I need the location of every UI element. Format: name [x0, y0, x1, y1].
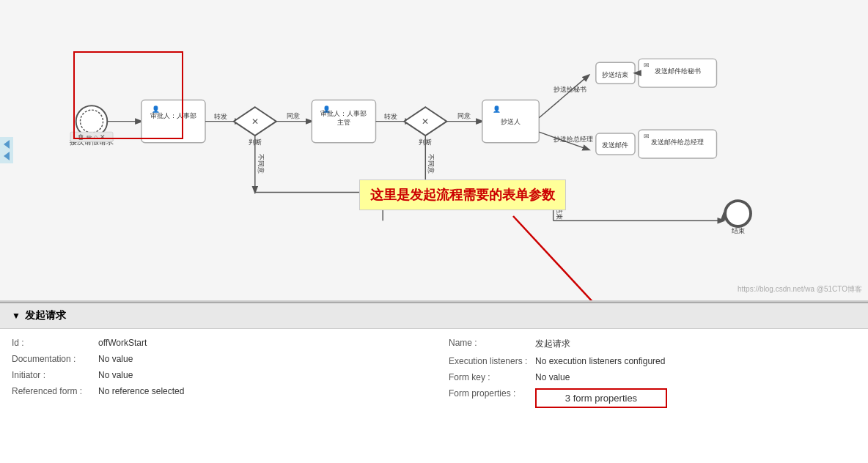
- svg-text:主管: 主管: [337, 119, 350, 126]
- main-container: 接次请假请求 🗑 ✏ ○ ✕ 👤 审批人：人事部 转发 ✕ 判断 同意: [0, 0, 868, 463]
- watermark: https://blog.csdn.net/wa @51CTO博客: [738, 284, 862, 295]
- prop-row-form-properties: Form properties : 3 form properties: [449, 388, 856, 408]
- diagram-area[interactable]: 接次请假请求 🗑 ✏ ○ ✕ 👤 审批人：人事部 转发 ✕ 判断 同意: [0, 0, 868, 302]
- annotation-box: 这里是发起流程需要的表单参数: [359, 179, 566, 210]
- prop-label-id: Id :: [12, 338, 92, 348]
- svg-text:抄送人: 抄送人: [501, 118, 521, 125]
- svg-text:转发: 转发: [214, 113, 227, 120]
- svg-text:发送邮件给总经理: 发送邮件给总经理: [651, 138, 704, 146]
- prop-label-form-properties: Form properties :: [449, 388, 529, 399]
- properties-panel: ▼ 发起请求 Id : offWorkStart Documentation :…: [0, 302, 868, 463]
- svg-point-54: [725, 201, 751, 226]
- prop-row-referenced-form: Referenced form : No reference selected: [12, 386, 419, 396]
- svg-text:同意: 同意: [287, 112, 300, 119]
- svg-text:👤: 👤: [493, 105, 501, 114]
- prop-row-name: Name : 发起请求: [449, 338, 856, 350]
- prop-row-form-key: Form key : No value: [449, 372, 856, 382]
- panel-collapse-arrow[interactable]: ▼: [12, 311, 21, 321]
- left-sidebar[interactable]: [0, 137, 13, 163]
- prop-value-initiator: No value: [98, 370, 133, 380]
- prop-label-documentation: Documentation :: [12, 354, 92, 364]
- svg-text:审批人：人事部: 审批人：人事部: [320, 110, 367, 117]
- prop-row-execution-listeners: Execution listeners : No execution liste…: [449, 356, 856, 366]
- svg-text:抄送结束: 抄送结束: [602, 71, 628, 78]
- prop-row-documentation: Documentation : No value: [12, 354, 419, 364]
- svg-text:✉: ✉: [644, 62, 650, 69]
- prop-value-documentation: No value: [98, 354, 133, 364]
- panel-title-text: 发起请求: [25, 309, 66, 322]
- svg-text:结束: 结束: [732, 227, 745, 234]
- sidebar-arrow-top[interactable]: [4, 140, 10, 149]
- prop-row-id: Id : offWorkStart: [12, 338, 419, 348]
- selected-element-box: [73, 51, 183, 139]
- svg-text:发送邮件给秘书: 发送邮件给秘书: [655, 67, 701, 75]
- watermark-text: https://blog.csdn.net/wa @51CTO博客: [738, 285, 862, 293]
- svg-line-37: [539, 75, 589, 118]
- prop-value-form-properties[interactable]: 3 form properties: [535, 388, 667, 408]
- sidebar-arrow-bottom[interactable]: [4, 152, 10, 160]
- prop-value-id: offWorkStart: [98, 338, 147, 348]
- prop-label-form-key: Form key :: [449, 372, 529, 382]
- svg-text:✉: ✉: [644, 133, 650, 140]
- svg-text:同意: 同意: [457, 112, 471, 119]
- svg-text:不同意: 不同意: [257, 154, 265, 174]
- prop-label-referenced-form: Referenced form :: [12, 386, 92, 396]
- svg-text:✕: ✕: [251, 116, 259, 126]
- prop-value-execution-listeners: No execution listeners configured: [535, 356, 665, 366]
- svg-text:转发: 转发: [384, 113, 397, 120]
- svg-text:抄送给秘书: 抄送给秘书: [553, 86, 586, 93]
- prop-value-form-key: No value: [535, 372, 570, 382]
- prop-row-initiator: Initiator : No value: [12, 370, 419, 380]
- svg-text:✕: ✕: [422, 116, 429, 126]
- svg-text:发送邮件: 发送邮件: [602, 141, 628, 149]
- prop-label-name: Name :: [449, 338, 529, 348]
- panel-title: ▼ 发起请求: [0, 303, 868, 329]
- annotation-text: 这里是发起流程需要的表单参数: [370, 188, 555, 202]
- prop-label-execution-listeners: Execution listeners :: [449, 356, 529, 366]
- prop-value-referenced-form: No reference selected: [98, 386, 184, 396]
- prop-label-initiator: Initiator :: [12, 370, 92, 380]
- svg-text:抄送给总经理: 抄送给总经理: [553, 136, 593, 143]
- left-property-column: Id : offWorkStart Documentation : No val…: [12, 338, 419, 408]
- right-property-column: Name : 发起请求 Execution listeners : No exe…: [449, 338, 856, 408]
- properties-content: Id : offWorkStart Documentation : No val…: [0, 329, 868, 417]
- prop-value-name: 发起请求: [535, 338, 570, 350]
- svg-text:不同意: 不同意: [427, 154, 435, 174]
